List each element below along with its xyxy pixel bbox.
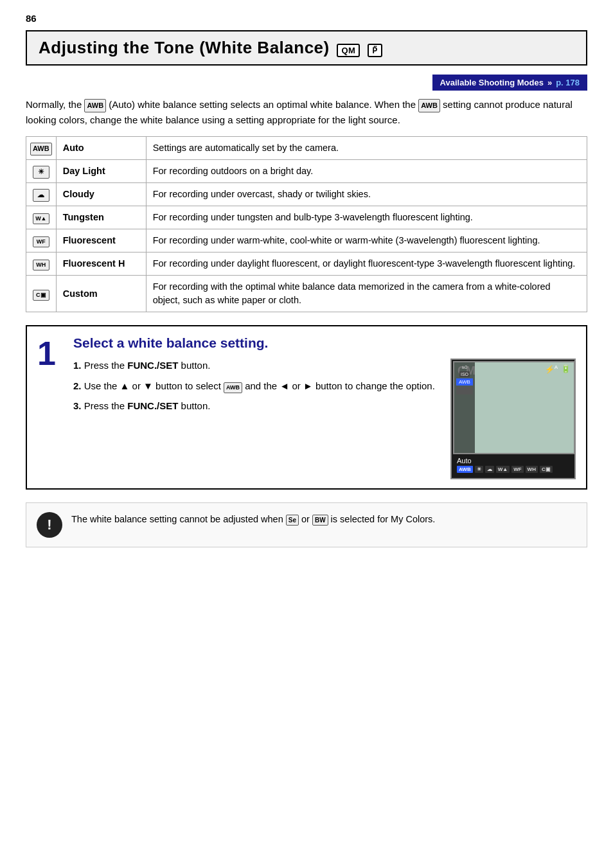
table-row: C▣ Custom For recording with the optimal… xyxy=(26,276,587,312)
step-instructions: 1. Press the FUNC./SET button. 2. Use th… xyxy=(73,359,439,420)
camera-icons-row: AWB ☀ ☁ W▲ WF WH C▣ xyxy=(457,466,569,474)
page-title-box: Adjusting the Tone (White Balance) QM P̈ xyxy=(26,30,587,66)
wb-name-fluorescentH: Fluorescent H xyxy=(56,252,146,276)
camera-left-panel: ±0 ISO AWB xyxy=(454,362,475,453)
wb-desc-tungsten: For recording under tungsten and bulb-ty… xyxy=(146,206,587,229)
page-title: Adjusting the Tone (White Balance) QM P̈ xyxy=(39,38,382,58)
step-inner: 1. Press the FUNC./SET button. 2. Use th… xyxy=(73,359,576,479)
step-content: Select a white balance setting. 1. Press… xyxy=(73,335,576,479)
table-row: ☀ Day Light For recording outdoors on a … xyxy=(26,160,587,183)
camera-screen: CM ⚡A 🔋 ±0 ISO AWB xyxy=(453,361,575,454)
step-instruction-1: 1. Press the FUNC./SET button. xyxy=(73,359,439,373)
table-row: AWB Auto Settings are automatically set … xyxy=(26,137,587,160)
camera-auto-label: Auto xyxy=(457,457,569,466)
cam-icon-sun: ☀ xyxy=(475,466,483,473)
cam-icon-fluorH: WH xyxy=(526,466,538,473)
cam-icon-fluor: WF xyxy=(511,466,523,473)
wb-table: AWB Auto Settings are automatically set … xyxy=(26,136,587,312)
page-number: 86 xyxy=(26,13,587,24)
step-instruction-2: 2. Use the ▲ or ▼ button to select AWB a… xyxy=(73,379,439,394)
wb-desc-fluorescent: For recording under warm-white, cool-whi… xyxy=(146,229,587,252)
selected-awb: AWB xyxy=(456,378,473,385)
page-title-text: Adjusting the Tone (White Balance) xyxy=(39,38,330,57)
battery-icon: 🔋 xyxy=(561,364,571,378)
wb-desc-fluorescentH: For recording under daylight fluorescent… xyxy=(146,252,587,276)
available-modes-badge: Available Shooting Modes » p. 178 xyxy=(432,75,587,91)
step-number: 1 xyxy=(37,335,68,479)
wb-slot-empty xyxy=(456,387,473,394)
table-row: ☁ Cloudy For recording under overcast, s… xyxy=(26,183,587,206)
wb-icon-cell-auto: AWB xyxy=(26,137,57,160)
fluorescentH-icon: WH xyxy=(33,260,49,270)
note-text: The white balance setting cannot be adju… xyxy=(71,512,576,526)
custom-icon: C▣ xyxy=(33,290,49,301)
available-modes-bar: Available Shooting Modes » p. 178 xyxy=(26,75,587,91)
step-section: 1 Select a white balance setting. 1. Pre… xyxy=(26,325,587,490)
bw-icon: BW xyxy=(312,515,328,526)
camera-preview: CM ⚡A 🔋 ±0 ISO AWB xyxy=(450,359,576,479)
step-title: Select a white balance setting. xyxy=(73,335,576,351)
wb-icon-cell-cloudy: ☁ xyxy=(26,183,57,206)
awb-icon-intro: AWB xyxy=(84,99,106,112)
camera-right-icons: ⚡A 🔋 xyxy=(545,364,571,378)
daylight-icon: ☀ xyxy=(33,166,49,179)
wb-icon-cell-custom: C▣ xyxy=(26,276,57,312)
step-instruction-3: 3. Press the FUNC./SET button. xyxy=(73,399,439,414)
wb-icon-cell-fluorescentH: WH xyxy=(26,252,57,276)
table-row: WH Fluorescent H For recording under day… xyxy=(26,252,587,276)
awb-icon-step: AWB xyxy=(224,382,242,394)
available-modes-label: Available Shooting Modes xyxy=(440,78,544,87)
mode-icon-p: P̈ xyxy=(368,44,382,57)
flash-icon: ⚡A xyxy=(545,364,558,378)
note-box: ! The white balance setting cannot be ad… xyxy=(26,502,587,547)
cam-icon-custom: C▣ xyxy=(540,466,553,473)
wb-icon-cell-daylight: ☀ xyxy=(26,160,57,183)
camera-bottom-section: Auto AWB ☀ ☁ W▲ WF WH C▣ xyxy=(453,454,573,477)
mode-icon-qm: QM xyxy=(337,44,360,57)
cam-icon-awb: AWB xyxy=(457,466,473,473)
wb-desc-auto: Settings are automatically set by the ca… xyxy=(146,137,587,160)
cam-icon-cloud: ☁ xyxy=(485,466,494,473)
iso-label: ISO xyxy=(459,371,470,377)
wb-name-auto: Auto xyxy=(56,137,146,160)
wb-name-daylight: Day Light xyxy=(56,160,146,183)
wb-name-custom: Custom xyxy=(56,276,146,312)
note-icon: ! xyxy=(37,512,62,538)
table-row: WF Fluorescent For recording under warm-… xyxy=(26,229,587,252)
wb-desc-cloudy: For recording under overcast, shady or t… xyxy=(146,183,587,206)
wb-name-cloudy: Cloudy xyxy=(56,183,146,206)
wb-desc-daylight: For recording outdoors on a bright day. xyxy=(146,160,587,183)
wb-name-tungsten: Tungsten xyxy=(56,206,146,229)
tungsten-icon: W▲ xyxy=(33,213,49,224)
wb-icon-cell-fluorescent: WF xyxy=(26,229,57,252)
cloudy-icon: ☁ xyxy=(33,189,49,202)
wb-desc-custom: For recording with the optimal white bal… xyxy=(146,276,587,312)
wb-name-fluorescent: Fluorescent xyxy=(56,229,146,252)
fluorescent-icon: WF xyxy=(33,236,49,247)
exposure-label: ±0 xyxy=(462,364,468,370)
table-row: W▲ Tungsten For recording under tungsten… xyxy=(26,206,587,229)
chevron-right-icon: » xyxy=(547,78,552,87)
wb-icon-cell-tungsten: W▲ xyxy=(26,206,57,229)
intro-text: Normally, the AWB (Auto) white balance s… xyxy=(26,97,587,127)
cam-icon-tungsten: W▲ xyxy=(496,466,510,473)
available-modes-page-ref: p. 178 xyxy=(556,78,580,87)
awb-icon-intro2: AWB xyxy=(418,99,440,112)
awb-icon-auto: AWB xyxy=(30,143,52,155)
sepia-icon: Se xyxy=(286,515,299,526)
